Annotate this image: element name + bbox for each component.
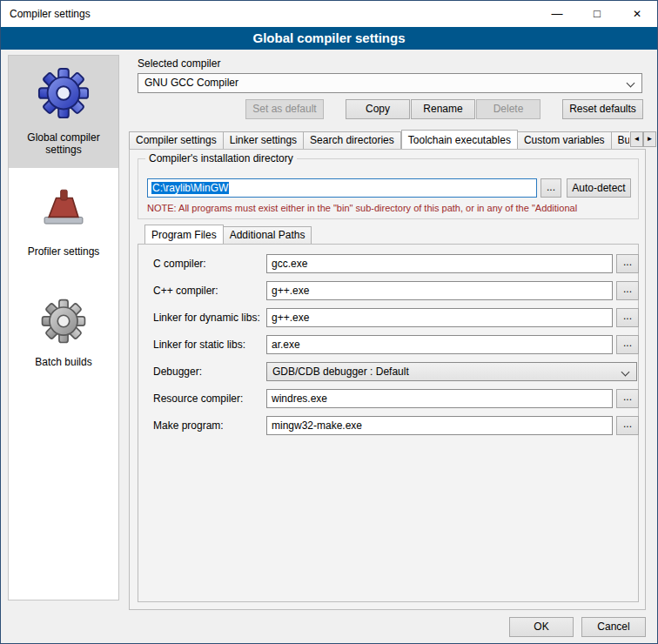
tab-scroll-left-button[interactable]: ◄	[630, 131, 643, 147]
resource-compiler-input[interactable]: windres.exe	[266, 389, 613, 408]
selected-compiler-label: Selected compiler	[138, 57, 220, 70]
sidebar-item-profiler-settings[interactable]: Profiler settings	[9, 175, 118, 270]
cpp-compiler-browse-button[interactable]: ...	[616, 281, 639, 300]
window-title: Compiler settings	[10, 8, 91, 20]
make-program-browse-button[interactable]: ...	[616, 416, 639, 435]
dialog-header-title: Global compiler settings	[1, 27, 657, 50]
debugger-value: GDB/CDB debugger : Default	[272, 366, 409, 378]
close-button[interactable]: ✕	[617, 1, 657, 27]
install-dir-browse-button[interactable]: ...	[540, 178, 561, 198]
note-text: NOTE: All programs must exist either in …	[147, 203, 633, 213]
tab-scroll-right-button[interactable]: ►	[643, 131, 656, 147]
field-row-static-linker: Linker for static libs: ar.exe ...	[138, 335, 639, 355]
resource-compiler-label: Resource compiler:	[153, 392, 243, 405]
dynamic-linker-browse-button[interactable]: ...	[616, 308, 639, 327]
dynamic-linker-input[interactable]: g++.exe	[266, 308, 613, 327]
rename-button[interactable]: Rename	[411, 99, 475, 119]
field-row-debugger: Debugger: GDB/CDB debugger : Default	[138, 362, 639, 382]
dynamic-linker-label: Linker for dynamic libs:	[153, 312, 260, 324]
install-dir-group: Compiler's installation directory C:\ray…	[138, 158, 639, 219]
resource-compiler-browse-button[interactable]: ...	[616, 389, 639, 408]
make-program-input[interactable]: mingw32-make.exe	[266, 416, 613, 435]
compiler-tabstrip: Compiler settings Linker settings Search…	[129, 129, 629, 149]
sidebar-item-batch-builds[interactable]: Batch builds	[9, 287, 118, 380]
sidebar-item-label: Profiler settings	[12, 245, 115, 258]
field-row-c-compiler: C compiler: gcc.exe ...	[138, 254, 639, 274]
delete-button: Delete	[476, 99, 540, 119]
field-row-dynamic-linker: Linker for dynamic libs: g++.exe ...	[138, 308, 639, 328]
titlebar: Compiler settings — □ ✕	[1, 1, 657, 27]
sidebar-item-label: Global compiler settings	[12, 131, 115, 156]
selected-compiler-select[interactable]: GNU GCC Compiler	[138, 73, 642, 93]
install-dir-group-title: Compiler's installation directory	[145, 152, 297, 164]
c-compiler-label: C compiler:	[153, 258, 206, 270]
static-linker-label: Linker for static libs:	[153, 339, 245, 351]
toolchain-subtabstrip: Program Files Additional Paths	[144, 224, 493, 244]
chevron-down-icon	[621, 368, 630, 377]
cancel-button[interactable]: Cancel	[581, 617, 646, 637]
tab-build-options[interactable]: Buil	[612, 131, 629, 149]
make-program-label: Make program:	[153, 419, 224, 432]
install-dir-input[interactable]: C:\raylib\MinGW	[147, 178, 537, 198]
sidebar-item-global-compiler-settings[interactable]: Global compiler settings	[9, 56, 118, 168]
copy-button[interactable]: Copy	[346, 99, 410, 119]
tab-linker-settings[interactable]: Linker settings	[224, 131, 304, 149]
subtab-program-files[interactable]: Program Files	[144, 225, 224, 244]
debugger-label: Debugger:	[153, 366, 202, 378]
debugger-select[interactable]: GDB/CDB debugger : Default	[266, 362, 637, 381]
selected-compiler-value: GNU GCC Compiler	[144, 77, 238, 89]
sidebar-item-label: Batch builds	[12, 356, 115, 368]
field-row-make-program: Make program: mingw32-make.exe ...	[138, 416, 639, 436]
reset-defaults-button[interactable]: Reset defaults	[562, 99, 643, 119]
tab-compiler-settings[interactable]: Compiler settings	[129, 131, 224, 149]
maximize-button[interactable]: □	[577, 1, 617, 27]
static-linker-input[interactable]: ar.exe	[266, 335, 613, 354]
set-as-default-button: Set as default	[245, 99, 324, 119]
gear-gray-icon	[12, 298, 115, 347]
c-compiler-browse-button[interactable]: ...	[616, 254, 639, 273]
static-linker-browse-button[interactable]: ...	[616, 335, 639, 354]
subtab-additional-paths[interactable]: Additional Paths	[224, 226, 312, 244]
tab-search-directories[interactable]: Search directories	[304, 131, 401, 149]
minimize-button[interactable]: —	[537, 1, 577, 27]
cpp-compiler-input[interactable]: g++.exe	[266, 281, 613, 300]
sidebar: Global compiler settings Profiler settin…	[8, 55, 119, 600]
profiler-tool-icon	[12, 185, 115, 237]
caption-buttons: — □ ✕	[537, 1, 657, 27]
gear-blue-icon	[12, 66, 115, 123]
compiler-settings-window: Compiler settings — □ ✕ Global compiler …	[0, 0, 658, 644]
field-row-cpp-compiler: C++ compiler: g++.exe ...	[138, 281, 639, 301]
ok-button[interactable]: OK	[509, 617, 574, 637]
chevron-down-icon	[627, 79, 635, 88]
field-row-resource-compiler: Resource compiler: windres.exe ...	[138, 389, 639, 409]
c-compiler-input[interactable]: gcc.exe	[266, 254, 613, 273]
cpp-compiler-label: C++ compiler:	[153, 285, 218, 297]
tab-toolchain-executables[interactable]: Toolchain executables	[401, 130, 518, 149]
tab-custom-variables[interactable]: Custom variables	[518, 131, 612, 149]
install-dir-value: C:\raylib\MinGW	[151, 182, 229, 194]
autodetect-button[interactable]: Auto-detect	[567, 178, 631, 198]
